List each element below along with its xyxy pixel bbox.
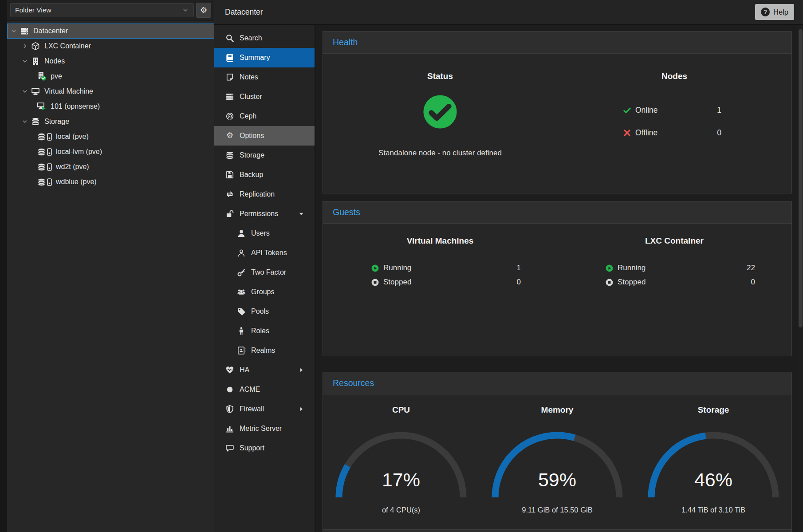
memory-percent: 59% (479, 469, 635, 491)
scrollbar-thumb[interactable] (799, 29, 803, 327)
vertical-scrollbar[interactable] (798, 25, 803, 532)
tree-item-lxc-container[interactable]: LXC Container (7, 39, 214, 54)
menu-item-two-factor[interactable]: Two Factor (214, 263, 315, 282)
gear-icon: ⚙ (225, 131, 234, 140)
menu-item-options[interactable]: ⚙ Options (214, 126, 315, 146)
unlock-icon (225, 209, 234, 218)
help-button[interactable]: ? Help (755, 4, 794, 20)
menu-item-label: Search (240, 34, 262, 42)
nodes-online-row: Online 1 (623, 103, 721, 117)
guests-vm-column: Virtual Machines Running 1 Stopped 0 (323, 224, 557, 378)
online-value: 1 (717, 106, 721, 115)
chat-icon (225, 444, 234, 453)
tree-item-virtual-machine[interactable]: Virtual Machine (7, 84, 214, 99)
cpu-heading: CPU (323, 405, 479, 415)
note-icon (225, 73, 234, 82)
tree-item-pve[interactable]: pve (7, 69, 214, 84)
cpu-gauge-arc (335, 431, 468, 502)
cpu-percent: 17% (323, 469, 479, 491)
storage-heading: Storage (635, 405, 791, 415)
menu-item-metric-server[interactable]: Metric Server (214, 419, 315, 438)
menu-item-storage[interactable]: Storage (214, 146, 315, 165)
menu-item-api-tokens[interactable]: API Tokens (214, 243, 315, 263)
menu-item-label: Options (240, 132, 264, 140)
menu-item-firewall[interactable]: Firewall (214, 399, 315, 419)
help-button-label: Help (773, 8, 788, 16)
menu-item-roles[interactable]: Roles (214, 321, 315, 341)
tree-item-label: LXC Container (44, 42, 91, 50)
menu-item-label: Metric Server (240, 425, 282, 433)
storage-gauge: Storage 46% 1.44 TiB of 3.10 TiB (635, 394, 791, 532)
chevron-down-icon[interactable] (21, 88, 28, 95)
health-panel-header: Health (323, 32, 791, 54)
memory-heading: Memory (479, 405, 635, 415)
stop-circle-icon (605, 278, 614, 287)
menu-item-summary[interactable]: Summary (214, 48, 315, 67)
tree-item-nodes[interactable]: Nodes (7, 54, 214, 69)
menu-item-ceph[interactable]: Ceph (214, 106, 315, 126)
play-circle-icon (605, 264, 614, 272)
menu-item-label: ACME (240, 386, 260, 394)
tree-item-storage-wd2t[interactable]: wd2t (pve) (7, 159, 214, 174)
database-icon (31, 117, 40, 126)
tree-item-storage-wdblue[interactable]: wdblue (pve) (7, 174, 214, 189)
chevron-right-icon[interactable] (21, 43, 28, 50)
tree-item-vm-101[interactable]: 101 (opnsense) (7, 99, 214, 114)
health-nodes-column: Nodes Online 1 Offline 0 (557, 54, 791, 215)
menu-item-label: Support (240, 444, 264, 452)
menu-item-groups[interactable]: Groups (214, 282, 315, 302)
tree-item-storage-local-lvm[interactable]: local-lvm (pve) (7, 144, 214, 159)
memory-gauge: Memory 59% 9.11 GiB of 15.50 GiB (479, 394, 635, 532)
tree-item-storage[interactable]: Storage (7, 114, 214, 129)
users-icon (237, 288, 246, 296)
floppy-icon (225, 170, 234, 179)
summary-content: Health Status Standalone node - no clust… (315, 25, 803, 532)
storage-gauge-arc (647, 431, 780, 502)
database-icon (37, 133, 46, 141)
chevron-down-icon[interactable] (10, 28, 17, 35)
play-circle-icon (371, 264, 379, 272)
resource-tree: Datacenter LXC Container Nodes pve Virtu… (7, 21, 214, 189)
chevron-down-icon[interactable] (21, 118, 28, 125)
view-selector-value: Folder View (15, 6, 51, 14)
desktop-icon (31, 87, 40, 96)
running-label: Running (618, 264, 646, 272)
menu-item-ha[interactable]: HA (214, 360, 315, 380)
menu-item-search[interactable]: Search (214, 28, 315, 48)
resources-panel: Resources CPU 17% of 4 CPU(s) Memory 59% (323, 372, 792, 532)
tree-item-storage-local[interactable]: local (pve) (7, 129, 214, 144)
tree-item-label: wdblue (pve) (56, 178, 97, 186)
tag-icon (237, 307, 246, 316)
user-outline-icon (237, 248, 246, 257)
menu-item-support[interactable]: Support (214, 438, 315, 458)
tree-settings-button[interactable]: ⚙ (196, 3, 211, 18)
tree-toolbar: Folder View ⚙ (7, 0, 214, 21)
menu-item-realms[interactable]: Realms (214, 341, 315, 360)
menu-item-notes[interactable]: Notes (214, 67, 315, 87)
lxc-stopped-row: Stopped 0 (605, 276, 755, 288)
menu-item-permissions[interactable]: Permissions (214, 204, 315, 224)
chevron-down-icon (182, 7, 189, 14)
retweet-icon (225, 190, 234, 199)
guests-lxc-column: LXC Container Running 22 Stopped 0 (557, 224, 791, 378)
menu-item-label: Ceph (240, 112, 256, 120)
chevron-down-icon[interactable] (21, 58, 28, 65)
menu-item-cluster[interactable]: Cluster (214, 87, 315, 106)
menu-item-label: HA (240, 366, 249, 374)
menu-item-backup[interactable]: Backup (214, 165, 315, 185)
building-icon (31, 57, 40, 66)
menu-item-replication[interactable]: Replication (214, 185, 315, 204)
server-icon (20, 27, 29, 35)
menu-item-pools[interactable]: Pools (214, 302, 315, 321)
tree-item-label: Virtual Machine (44, 87, 93, 95)
running-label: Running (383, 264, 411, 272)
database-icon (37, 163, 46, 171)
menu-item-label: Groups (251, 288, 274, 296)
menu-item-users[interactable]: Users (214, 224, 315, 243)
tree-item-datacenter[interactable]: Datacenter (7, 24, 214, 39)
menu-item-acme[interactable]: ACME (214, 380, 315, 399)
nodes-offline-row: Offline 0 (623, 126, 721, 139)
menu-item-label: Summary (240, 54, 270, 62)
health-panel: Health Status Standalone node - no clust… (323, 31, 792, 193)
view-selector[interactable]: Folder View (10, 3, 194, 17)
